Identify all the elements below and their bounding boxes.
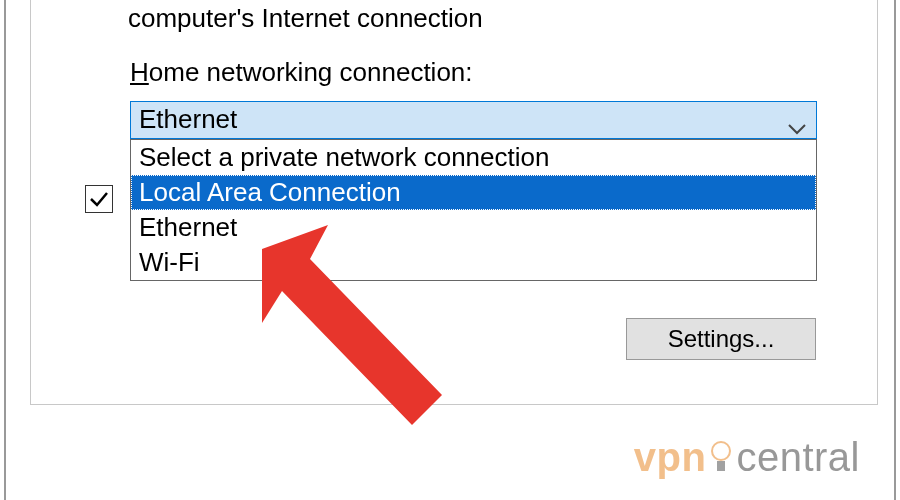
lightbulb-icon [710,439,732,484]
allow-share-description: computer's Internet connection [128,3,483,34]
dropdown-option-local-area[interactable]: Local Area Connection [131,175,816,210]
dropdown-option-wifi[interactable]: Wi-Fi [131,245,816,280]
watermark-right: central [736,435,860,479]
chevron-down-icon [788,115,806,141]
svg-rect-2 [717,461,725,471]
window-border-left [4,0,6,500]
dropdown-option-placeholder[interactable]: Select a private network connection [131,140,816,175]
combobox-selected-text: Ethernet [139,104,237,135]
watermark-left: vpn [634,435,707,479]
vpncentral-watermark: vpncentral [634,435,860,484]
home-networking-accelerator: H [130,57,149,87]
home-networking-dropdown-list[interactable]: Select a private network connection Loca… [130,139,817,281]
dropdown-option-ethernet[interactable]: Ethernet [131,210,816,245]
home-networking-label-rest: ome networking connection: [149,57,473,87]
home-networking-label: Home networking connection: [130,57,473,88]
home-networking-combobox[interactable]: Ethernet [130,101,817,139]
allow-control-checkbox[interactable] [85,185,113,213]
checkmark-icon [88,188,110,210]
settings-button[interactable]: Settings... [626,318,816,360]
window-border-right [894,0,896,500]
svg-point-1 [712,442,730,460]
